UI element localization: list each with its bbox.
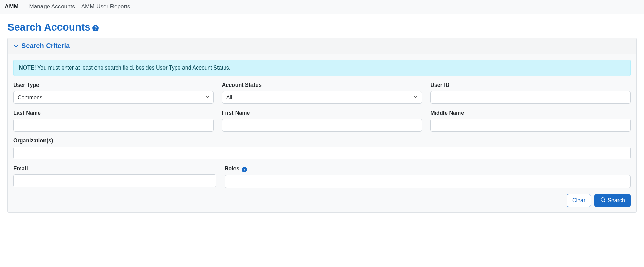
form-group-first-name: First Name xyxy=(222,110,422,132)
page-container: Search Accounts ? Search Criteria NOTE! … xyxy=(0,14,644,220)
clear-button[interactable]: Clear xyxy=(567,194,591,207)
form-group-email: Email xyxy=(13,166,216,188)
brand: AMM xyxy=(5,3,19,10)
label-organizations: Organization(s) xyxy=(13,138,631,144)
note-label: NOTE! xyxy=(19,65,36,71)
info-icon[interactable]: i xyxy=(242,167,247,172)
chevron-down-icon xyxy=(13,43,19,49)
top-nav: AMM Manage Accounts AMM User Reports xyxy=(0,0,644,14)
page-title-row: Search Accounts ? xyxy=(7,21,637,33)
form-group-last-name: Last Name xyxy=(13,110,214,132)
form-group-account-status: Account Status All xyxy=(222,82,422,104)
form-row-1: User Type Commons Account Status xyxy=(13,82,631,104)
form-group-organizations: Organization(s) xyxy=(13,138,631,159)
help-icon[interactable]: ? xyxy=(92,25,99,31)
page-title: Search Accounts xyxy=(7,21,90,33)
label-roles-text: Roles xyxy=(225,166,240,171)
search-criteria-panel-body: NOTE! You must enter at least one search… xyxy=(8,54,636,212)
label-email: Email xyxy=(13,166,216,172)
button-row: Clear Search xyxy=(13,194,631,207)
search-button[interactable]: Search xyxy=(594,194,631,207)
search-icon xyxy=(600,197,606,204)
svg-point-0 xyxy=(601,198,604,201)
note-alert: NOTE! You must enter at least one search… xyxy=(13,60,631,76)
form-group-roles: Roles i xyxy=(225,166,631,188)
organizations-input[interactable] xyxy=(13,147,631,159)
last-name-input[interactable] xyxy=(13,119,214,132)
form-row-3: Organization(s) xyxy=(13,138,631,159)
label-account-status: Account Status xyxy=(222,82,422,88)
roles-input[interactable] xyxy=(225,175,631,188)
svg-line-1 xyxy=(604,201,605,202)
note-text: You must enter at least one search field… xyxy=(36,65,231,71)
nav-divider xyxy=(23,3,23,10)
email-input[interactable] xyxy=(13,174,216,187)
first-name-input[interactable] xyxy=(222,119,422,132)
label-user-id: User ID xyxy=(430,82,631,88)
form-row-2: Last Name First Name Middle Name xyxy=(13,110,631,132)
panel-title: Search Criteria xyxy=(21,42,70,50)
search-button-label: Search xyxy=(608,197,625,204)
middle-name-input[interactable] xyxy=(430,119,631,132)
label-last-name: Last Name xyxy=(13,110,214,116)
form-group-user-id: User ID xyxy=(430,82,631,104)
user-type-select[interactable]: Commons xyxy=(13,91,214,104)
label-user-type: User Type xyxy=(13,82,214,88)
form-row-4: Email Roles i xyxy=(13,166,631,188)
form-group-middle-name: Middle Name xyxy=(430,110,631,132)
user-id-input[interactable] xyxy=(430,91,631,104)
nav-link-manage-accounts[interactable]: Manage Accounts xyxy=(29,3,75,10)
form-group-user-type: User Type Commons xyxy=(13,82,214,104)
label-first-name: First Name xyxy=(222,110,422,116)
account-status-select[interactable]: All xyxy=(222,91,422,104)
nav-link-amm-user-reports[interactable]: AMM User Reports xyxy=(81,3,130,10)
label-middle-name: Middle Name xyxy=(430,110,631,116)
search-criteria-panel-header[interactable]: Search Criteria xyxy=(8,38,636,54)
label-roles: Roles i xyxy=(225,166,631,172)
search-criteria-panel: Search Criteria NOTE! You must enter at … xyxy=(7,38,637,213)
